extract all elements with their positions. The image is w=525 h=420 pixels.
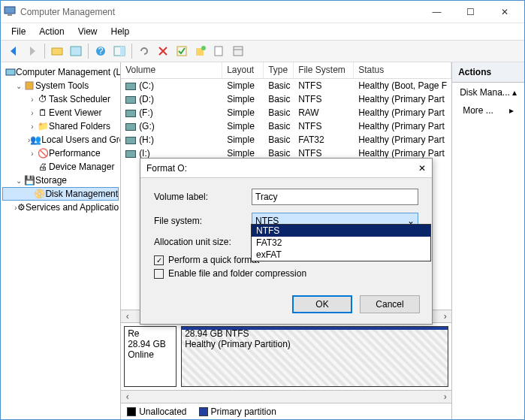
delete-icon[interactable]: [155, 43, 171, 59]
back-icon[interactable]: [5, 43, 22, 59]
volume-label-label: Volume label:: [154, 192, 252, 202]
tree-panel: Computer Management (L ⌄System Tools ›⏱T…: [1, 62, 121, 419]
actions-panel: Actions Disk Mana...▴ More ...▸: [452, 62, 524, 419]
tree-shared-folders[interactable]: ›📁Shared Folders: [2, 119, 119, 133]
volume-row[interactable]: (G:)SimpleBasicNTFSHealthy (Primary Part: [121, 119, 451, 133]
quick-format-label: Perform a quick format: [168, 255, 259, 265]
filesystem-label: File system:: [154, 216, 252, 226]
menu-help[interactable]: Help: [105, 25, 136, 38]
volume-label-input[interactable]: [252, 189, 418, 205]
volume-row[interactable]: (C:)SimpleBasicNTFSHealthy (Boot, Page F: [121, 79, 451, 92]
disk-graphic-area: Re 28.94 GB Online 28.94 GB NTFS Healthy…: [121, 322, 451, 390]
volume-row[interactable]: (F:)SimpleBasicRAWHealthy (Primary Part: [121, 106, 451, 119]
svg-rect-12: [234, 47, 243, 56]
actions-header: Actions: [452, 62, 524, 83]
col-status[interactable]: Status: [354, 62, 451, 78]
tree-services[interactable]: ›⚙Services and Applicatio: [2, 201, 119, 214]
fs-option-ntfs[interactable]: NTFS: [252, 225, 430, 237]
compression-checkbox[interactable]: [154, 269, 164, 279]
list-icon[interactable]: [68, 43, 84, 59]
svg-rect-2: [52, 48, 62, 55]
dialog-title: Format O:: [146, 163, 418, 174]
partition-box[interactable]: 28.94 GB NTFS Healthy (Primary Partition…: [181, 326, 448, 387]
col-filesystem[interactable]: File System: [294, 62, 354, 78]
chevron-right-icon: ▸: [509, 105, 514, 116]
fs-option-fat32[interactable]: FAT32: [252, 237, 430, 249]
toolbar: ?: [1, 40, 524, 62]
disk-hscroll[interactable]: ‹›: [121, 390, 451, 403]
actions-disk-management[interactable]: Disk Mana...▴: [452, 83, 524, 102]
settings-icon[interactable]: [230, 43, 246, 59]
svg-rect-11: [215, 47, 222, 56]
partition-status: Healthy (Primary Partition): [185, 339, 445, 349]
volume-row[interactable]: (H:)SimpleBasicFAT32Healthy (Primary Par…: [121, 133, 451, 147]
app-icon: [4, 5, 16, 19]
disk-label-name: Re: [128, 328, 173, 339]
menu-file[interactable]: File: [5, 25, 32, 38]
tree-root[interactable]: Computer Management (L: [2, 65, 119, 79]
refresh-icon[interactable]: [136, 43, 152, 59]
partition-size: 28.94 GB NTFS: [185, 328, 445, 339]
minimize-button[interactable]: —: [420, 2, 454, 23]
close-button[interactable]: ✕: [487, 2, 521, 23]
col-layout[interactable]: Layout: [222, 62, 264, 78]
disk-label-size: 28.94 GB: [128, 339, 173, 349]
ok-button[interactable]: OK: [292, 295, 352, 313]
volume-row[interactable]: (D:)SimpleBasicNTFSHealthy (Primary Part: [121, 92, 451, 106]
maximize-button[interactable]: ☐: [454, 2, 487, 23]
tree-local-users[interactable]: ›👥Local Users and Gro: [2, 133, 119, 147]
svg-rect-14: [6, 69, 15, 75]
compression-label: Enable file and folder compression: [168, 268, 306, 279]
svg-rect-0: [5, 7, 15, 14]
quick-format-checkbox[interactable]: ✓: [154, 255, 164, 265]
properties-icon[interactable]: [211, 43, 228, 59]
new-icon[interactable]: [192, 43, 209, 59]
tree-system-tools[interactable]: ⌄System Tools: [2, 79, 119, 92]
svg-rect-1: [8, 14, 12, 16]
actions-more[interactable]: More ...▸: [452, 102, 524, 119]
window-title: Computer Management: [20, 7, 420, 17]
menubar: File Action View Help: [1, 23, 524, 40]
svg-text:?: ?: [98, 46, 104, 56]
help-icon[interactable]: ?: [92, 43, 109, 59]
svg-point-10: [201, 46, 206, 50]
cancel-button[interactable]: Cancel: [360, 295, 420, 313]
legend-unallocated: Unallocated: [139, 406, 186, 417]
svg-rect-7: [120, 47, 125, 56]
disk-label-box[interactable]: Re 28.94 GB Online: [124, 326, 177, 387]
grid-header: Volume Layout Type File System Status: [121, 62, 451, 79]
dialog-titlebar: Format O: ✕: [140, 159, 432, 178]
col-type[interactable]: Type: [264, 62, 294, 78]
allocation-label: Allocation unit size:: [154, 237, 252, 247]
menu-view[interactable]: View: [72, 25, 104, 38]
tree-disk-management[interactable]: 📀Disk Management: [2, 187, 119, 201]
titlebar: Computer Management — ☐ ✕: [1, 1, 524, 23]
tree-event-viewer[interactable]: ›🗒Event Viewer: [2, 106, 119, 119]
legend: Unallocated Primary partition: [121, 403, 451, 419]
dialog-close-icon[interactable]: ✕: [418, 163, 426, 174]
legend-primary: Primary partition: [211, 406, 276, 417]
compression-row[interactable]: Enable file and folder compression: [154, 268, 418, 279]
tree-performance[interactable]: ›🚫Performance: [2, 147, 119, 160]
filesystem-dropdown: NTFS FAT32 exFAT: [251, 224, 431, 261]
col-volume[interactable]: Volume: [121, 62, 222, 78]
check-icon[interactable]: [173, 43, 190, 59]
svg-rect-15: [26, 82, 33, 89]
panel-icon[interactable]: [111, 43, 128, 59]
tree-storage[interactable]: ⌄💾Storage: [2, 174, 119, 187]
tree-task-scheduler[interactable]: ›⏱Task Scheduler: [2, 92, 119, 106]
tree-device-manager[interactable]: 🖨Device Manager: [2, 160, 119, 174]
menu-action[interactable]: Action: [33, 25, 70, 38]
fs-option-exfat[interactable]: exFAT: [252, 249, 430, 261]
folder-icon[interactable]: [49, 43, 65, 59]
svg-rect-3: [71, 47, 81, 56]
disk-label-status: Online: [128, 349, 173, 360]
forward-icon[interactable]: [24, 43, 41, 59]
collapse-icon: ▴: [512, 87, 517, 98]
